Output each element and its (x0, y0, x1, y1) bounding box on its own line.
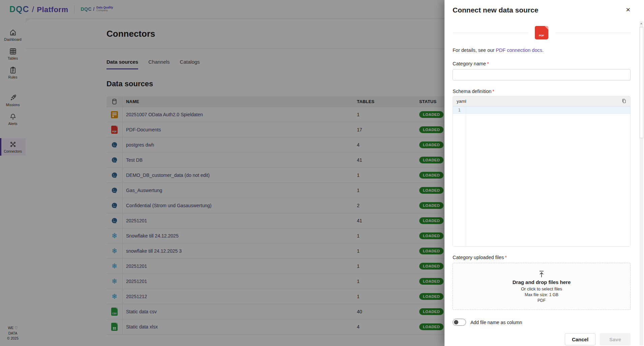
uploaded-files-label: Category uploaded files* (453, 255, 631, 260)
scrollbar-thumb[interactable] (640, 27, 643, 138)
dropzone-accepted-types: PDF (538, 298, 546, 303)
pdf-file-icon: PDF (535, 26, 548, 39)
modal-dim-overlay[interactable] (0, 0, 444, 346)
connect-data-source-drawer: Connect new data source ✕ PDF For detail… (444, 0, 644, 346)
required-asterisk: * (487, 61, 489, 66)
filename-toggle-row: Add file name as column (453, 319, 631, 326)
dropzone-subtitle: Or click to select files (521, 286, 562, 291)
filename-toggle-label: Add file name as column (470, 320, 522, 325)
copy-icon[interactable] (621, 98, 627, 105)
editor-body[interactable]: 1 (453, 106, 630, 246)
docs-hint: For details, see our PDF connection docs… (453, 48, 631, 53)
dropzone-max-size: Max file size: 1 GB (525, 292, 558, 297)
upload-icon (537, 270, 546, 279)
drawer-scrollbar[interactable] (640, 21, 643, 345)
required-asterisk: * (492, 89, 494, 94)
yaml-editor[interactable]: yaml 1 (453, 96, 631, 247)
editor-line-number: 1 (453, 106, 466, 114)
editor-toolbar: yaml (453, 96, 630, 106)
cancel-button[interactable]: Cancel (565, 333, 595, 345)
editor-active-line (453, 106, 630, 114)
file-dropzone[interactable]: Drag and drop files here Or click to sel… (453, 263, 631, 310)
save-button[interactable]: Save (600, 333, 631, 345)
connector-type-divider: PDF (453, 26, 631, 39)
close-icon[interactable]: ✕ (626, 7, 631, 13)
schema-definition-label: Schema definition* (453, 89, 631, 94)
required-asterisk: * (505, 255, 507, 260)
pdf-docs-link[interactable]: PDF connection docs. (496, 48, 544, 53)
dropzone-title: Drag and drop files here (513, 279, 571, 285)
docs-hint-text: For details, see our (453, 48, 496, 53)
editor-language-label: yaml (457, 99, 466, 104)
scrollbar-up-arrow[interactable] (640, 23, 642, 24)
filename-toggle[interactable] (453, 319, 466, 326)
category-name-label: Category name* (453, 61, 631, 66)
drawer-title: Connect new data source (453, 6, 538, 14)
drawer-actions: Cancel Save (453, 333, 631, 345)
category-name-input[interactable] (453, 69, 631, 81)
